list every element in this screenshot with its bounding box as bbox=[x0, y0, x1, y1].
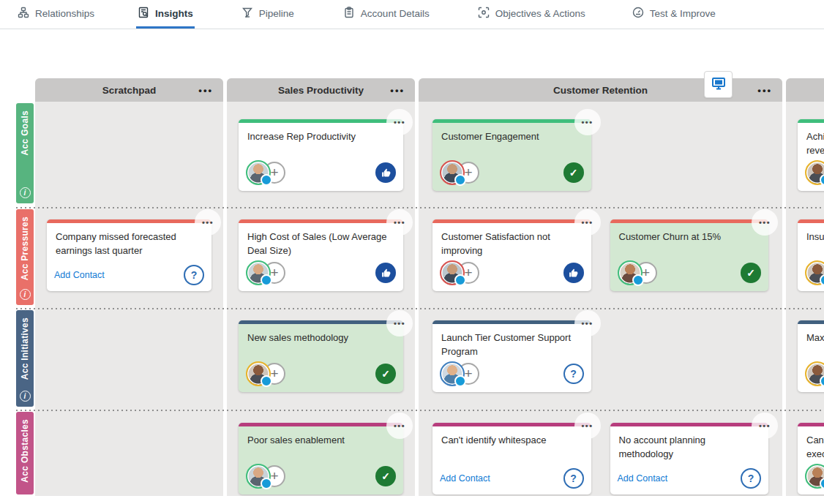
contact-avatar[interactable] bbox=[246, 260, 271, 285]
insight-card[interactable]: ••• Increase Rep Productivity + bbox=[239, 119, 403, 191]
contact-avatar[interactable] bbox=[440, 361, 465, 386]
insight-card[interactable]: Maximize + bbox=[798, 320, 824, 392]
column-menu-icon[interactable]: ••• bbox=[757, 86, 772, 95]
insight-card[interactable]: ••• Can't identify whitespace Add Contac… bbox=[432, 423, 591, 494]
present-mode-button[interactable] bbox=[704, 71, 733, 98]
card-category-strip bbox=[239, 423, 403, 426]
info-icon[interactable]: i bbox=[20, 187, 31, 198]
cell-partial-goals: Achieve revenue + bbox=[786, 102, 824, 207]
insight-card[interactable]: Achieve revenue + bbox=[798, 119, 824, 191]
check-status-icon[interactable]: ✓ bbox=[563, 162, 584, 183]
card-title: Can't execute bbox=[806, 434, 824, 462]
insight-card[interactable]: ••• Launch Tier Customer Support Program… bbox=[432, 320, 591, 392]
card-category-strip bbox=[432, 119, 591, 123]
card-category-strip bbox=[610, 219, 769, 223]
insight-card[interactable]: ••• Company missed forecasted earnings l… bbox=[47, 219, 211, 291]
column-header bbox=[786, 78, 824, 102]
insight-card[interactable]: ••• High Cost of Sales (Low Average Deal… bbox=[239, 219, 403, 291]
tab-pipeline[interactable]: Pipeline bbox=[240, 0, 296, 29]
card-menu-icon[interactable]: ••• bbox=[574, 310, 601, 336]
contact-avatar[interactable] bbox=[805, 464, 824, 489]
column-menu-icon[interactable]: ••• bbox=[198, 86, 213, 95]
card-menu-icon[interactable]: ••• bbox=[574, 413, 601, 439]
question-status-icon[interactable]: ? bbox=[184, 265, 204, 285]
row-header-acc-pressures: Acc Pressures i bbox=[16, 209, 34, 305]
check-status-icon[interactable]: ✓ bbox=[741, 263, 761, 283]
contact-avatar[interactable] bbox=[246, 361, 271, 386]
question-status-icon[interactable]: ? bbox=[563, 468, 584, 489]
insight-card[interactable]: ••• Customer Churn at 15% + ✓ bbox=[610, 219, 769, 291]
insight-card[interactable]: ••• No account planning methodology Add … bbox=[610, 423, 769, 494]
thumbs-up-icon[interactable] bbox=[375, 263, 396, 283]
add-contact-link[interactable]: Add Contact bbox=[54, 270, 105, 280]
board-toolbar bbox=[0, 29, 824, 78]
insight-card[interactable]: ••• Customer Engagement + ✓ bbox=[432, 119, 591, 191]
insight-card[interactable]: ••• Customer Satisfaction not improving … bbox=[432, 219, 591, 291]
contact-avatar[interactable] bbox=[805, 361, 824, 386]
cell-partial-obstacles: Can't execute + bbox=[786, 410, 824, 496]
contact-avatar[interactable] bbox=[440, 160, 465, 185]
contact-avatar[interactable] bbox=[246, 160, 271, 185]
tab-objectives-actions[interactable]: Objectives & Actions bbox=[476, 0, 587, 29]
insight-card[interactable]: Can't execute + bbox=[798, 423, 824, 494]
card-menu-icon[interactable]: ••• bbox=[752, 413, 778, 439]
column-partial: Achieve revenue + Insufficient bbox=[786, 78, 824, 496]
check-status-icon[interactable]: ✓ bbox=[375, 364, 396, 384]
contact-avatar[interactable] bbox=[618, 260, 643, 285]
card-category-strip bbox=[239, 320, 403, 324]
document-search-icon bbox=[138, 7, 149, 20]
row-label: Acc Initiatives bbox=[20, 317, 30, 380]
card-category-strip bbox=[239, 119, 403, 123]
info-icon[interactable]: i bbox=[20, 391, 31, 402]
add-contact-link[interactable]: Add Contact bbox=[440, 473, 490, 484]
info-icon[interactable]: i bbox=[20, 289, 31, 300]
card-title: Customer Satisfaction not improving bbox=[441, 230, 583, 258]
card-menu-icon[interactable]: ••• bbox=[386, 310, 413, 336]
tab-label: Account Details bbox=[361, 8, 430, 19]
column-header: Sales Productivity ••• bbox=[227, 78, 415, 102]
card-title: Poor sales enablement bbox=[247, 434, 394, 448]
insight-card[interactable]: ••• Poor sales enablement + ✓ bbox=[239, 423, 403, 494]
card-title: Maximize bbox=[806, 331, 824, 345]
row-label: Acc Goals bbox=[20, 110, 30, 155]
question-status-icon[interactable]: ? bbox=[563, 364, 584, 384]
card-category-strip bbox=[47, 219, 211, 223]
row-label: Acc Pressures bbox=[20, 217, 30, 280]
insight-card[interactable]: Insufficient + bbox=[798, 219, 824, 291]
check-status-icon[interactable]: ✓ bbox=[375, 466, 396, 486]
contact-avatar[interactable] bbox=[440, 260, 465, 285]
tab-test-improve[interactable]: Test & Improve bbox=[631, 0, 717, 29]
insight-card[interactable]: ••• New sales methodology + ✓ bbox=[239, 320, 403, 392]
card-menu-icon[interactable]: ••• bbox=[195, 209, 221, 236]
contact-avatar[interactable] bbox=[805, 260, 824, 285]
card-title: Insufficient bbox=[806, 230, 824, 244]
tab-relationships[interactable]: Relationships bbox=[16, 0, 96, 29]
thumbs-up-icon[interactable] bbox=[375, 162, 396, 183]
column-menu-icon[interactable]: ••• bbox=[390, 86, 405, 95]
card-title: Increase Rep Productivity bbox=[247, 130, 394, 144]
add-contact-link[interactable]: Add Contact bbox=[618, 473, 668, 484]
card-menu-icon[interactable]: ••• bbox=[386, 413, 413, 439]
card-title: Customer Churn at 15% bbox=[619, 230, 760, 244]
cell-sp-pressures: ••• High Cost of Sales (Low Average Deal… bbox=[227, 207, 415, 308]
contact-avatar[interactable] bbox=[246, 464, 271, 489]
cell-scratchpad-obstacles bbox=[35, 410, 223, 496]
card-menu-icon[interactable]: ••• bbox=[752, 209, 778, 236]
card-menu-icon[interactable]: ••• bbox=[574, 109, 601, 135]
card-title: No account planning methodology bbox=[619, 434, 760, 462]
tab-label: Relationships bbox=[35, 8, 94, 19]
thumbs-up-icon[interactable] bbox=[563, 263, 584, 283]
tab-label: Objectives & Actions bbox=[495, 8, 585, 19]
card-menu-icon[interactable]: ••• bbox=[386, 209, 413, 236]
card-category-strip bbox=[798, 119, 824, 123]
tab-account-details[interactable]: Account Details bbox=[342, 0, 431, 29]
row-label-rail: Acc Goals i Acc Pressures i Acc Initiati… bbox=[16, 103, 34, 494]
card-menu-icon[interactable]: ••• bbox=[574, 209, 601, 236]
tab-insights[interactable]: Insights bbox=[136, 0, 195, 29]
card-title: Customer Engagement bbox=[441, 130, 583, 144]
card-menu-icon[interactable]: ••• bbox=[386, 109, 413, 135]
cell-sp-obstacles: ••• Poor sales enablement + ✓ bbox=[227, 410, 415, 496]
card-title: Can't identify whitespace bbox=[441, 434, 583, 448]
question-status-icon[interactable]: ? bbox=[741, 468, 761, 489]
contact-avatar[interactable] bbox=[805, 160, 824, 185]
